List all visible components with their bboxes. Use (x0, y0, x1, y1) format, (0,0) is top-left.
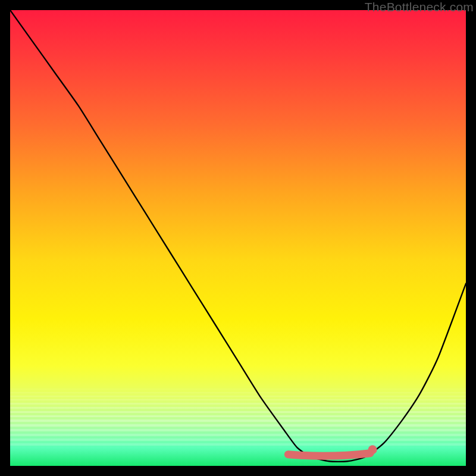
attribution-text: TheBottleneck.com (365, 0, 474, 14)
heat-gradient (10, 10, 466, 466)
chart-frame (10, 10, 466, 466)
plot-area (10, 10, 466, 466)
